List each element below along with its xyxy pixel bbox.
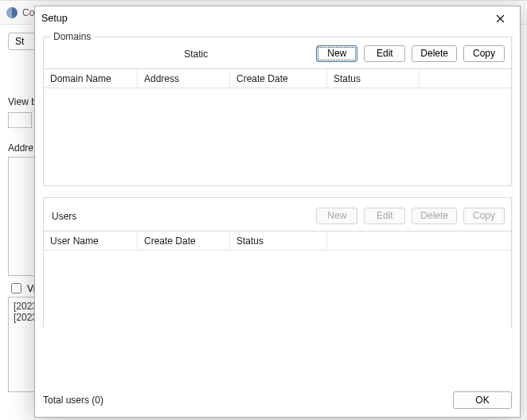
users-table-body[interactable]	[44, 251, 511, 330]
close-icon	[496, 14, 505, 23]
domains-edit-button[interactable]: Edit	[364, 45, 405, 62]
static-label: Static	[50, 49, 310, 60]
setup-dialog: Setup Domains Static New Edit Delete Cop…	[34, 6, 521, 418]
dialog-close-button[interactable]	[486, 8, 513, 29]
col-user-create-date[interactable]: Create Date	[138, 231, 230, 250]
col-create-date[interactable]: Create Date	[230, 69, 327, 88]
col-user-spacer	[327, 231, 511, 250]
domains-new-button[interactable]: New	[316, 45, 357, 62]
domains-group: Domains Static New Edit Delete Copy Doma…	[43, 37, 512, 186]
dialog-title: Setup	[41, 13, 68, 24]
col-domain-name[interactable]: Domain Name	[44, 69, 138, 88]
users-table-header: User Name Create Date Status	[44, 231, 511, 251]
users-group-label: Users	[50, 211, 310, 222]
view-by-dropdown[interactable]	[8, 112, 32, 128]
users-delete-button[interactable]: Delete	[412, 208, 457, 224]
users-new-button[interactable]: New	[316, 208, 357, 224]
domains-copy-button[interactable]: Copy	[463, 45, 505, 62]
domains-table-header: Domain Name Address Create Date Status	[44, 69, 511, 88]
col-spacer	[420, 69, 511, 88]
domains-toolbar: Static New Edit Delete Copy	[44, 37, 511, 68]
dialog-titlebar: Setup	[35, 6, 520, 30]
domains-table-body[interactable]	[44, 88, 511, 185]
users-copy-button[interactable]: Copy	[463, 208, 505, 224]
col-user-name[interactable]: User Name	[44, 231, 138, 250]
domains-delete-button[interactable]: Delete	[412, 45, 457, 62]
users-edit-button[interactable]: Edit	[364, 208, 405, 224]
ok-button[interactable]: OK	[453, 391, 512, 409]
domains-group-label: Domains	[50, 31, 94, 42]
users-group: Users New Edit Delete Copy User Name Cre…	[43, 197, 512, 328]
domains-table: Domain Name Address Create Date Status	[44, 68, 511, 185]
view-checkbox-input[interactable]	[11, 283, 21, 294]
col-address[interactable]: Address	[138, 69, 230, 88]
app-logo-icon	[6, 7, 18, 18]
users-table: User Name Create Date Status	[44, 231, 511, 330]
col-user-status[interactable]: Status	[230, 231, 327, 250]
users-toolbar: Users New Edit Delete Copy	[44, 198, 511, 231]
total-users-label: Total users (0)	[43, 395, 103, 406]
col-status[interactable]: Status	[327, 69, 420, 88]
dialog-footer: Total users (0) OK	[35, 385, 520, 417]
